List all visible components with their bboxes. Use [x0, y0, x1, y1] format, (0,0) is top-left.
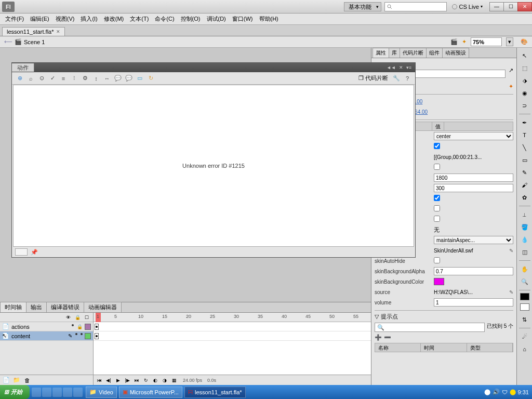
edit-multiple-button[interactable]: ▦ — [170, 377, 178, 384]
tab-snippets[interactable]: 代码片断 — [400, 48, 427, 58]
free-transform-tool[interactable]: ⬗ — [518, 75, 531, 86]
step-fwd-button[interactable]: |▶ — [124, 377, 131, 384]
goto-first-button[interactable]: ⏮ — [96, 377, 103, 384]
timeline-ruler[interactable]: 1 5 10 15 20 25 30 35 40 45 50 55 — [94, 313, 371, 322]
menu-modify[interactable]: 修改(M) — [101, 14, 127, 24]
collapse-icon[interactable]: ↕ — [91, 74, 101, 83]
menu-text[interactable]: 文本(T) — [127, 14, 152, 24]
selection-tool[interactable]: ↖ — [518, 50, 531, 61]
zoom-input[interactable] — [471, 37, 502, 46]
start-button[interactable]: ⊞ 开始 — [0, 385, 30, 399]
pin-icon[interactable]: 📌 — [31, 249, 38, 256]
zoom-dropdown[interactable]: ▾ — [506, 37, 513, 46]
stroke-color-swatch[interactable] — [520, 293, 529, 300]
search-input[interactable] — [384, 2, 447, 11]
cuepoints-value[interactable]: [{Group,00:00:21.3... — [434, 154, 513, 160]
tab-timeline[interactable]: 时间轴 — [0, 302, 26, 312]
quick-launch-item[interactable] — [42, 388, 51, 397]
edit-icon[interactable]: ✎ — [509, 248, 513, 254]
swap-colors-button[interactable]: ⇅ — [518, 314, 531, 325]
onion-outline-button[interactable]: ◑ — [161, 377, 168, 384]
show-hide-icon[interactable]: ▭ — [135, 74, 144, 83]
fill-color-swatch[interactable] — [520, 303, 529, 311]
palette-icon[interactable]: 🎨 — [521, 38, 528, 45]
menu-debug[interactable]: 调试(D) — [204, 14, 229, 24]
checkbox[interactable] — [434, 143, 440, 149]
scene-name[interactable]: 🎬Scene 1 — [4, 38, 446, 45]
format-icon[interactable]: ≡ — [59, 74, 68, 83]
new-folder-button[interactable]: 📁 — [12, 376, 21, 384]
option-button[interactable]: ⌂ — [518, 343, 531, 355]
loop-button[interactable]: ↻ — [142, 377, 150, 384]
actions-editor[interactable]: Unknown error ID #1215 — [13, 85, 414, 247]
quick-launch-item[interactable] — [52, 388, 62, 397]
layer-color-swatch[interactable] — [85, 324, 91, 330]
maximize-button[interactable]: ☐ — [503, 2, 518, 11]
collapse-icon[interactable]: ◄◄ — [387, 65, 396, 70]
tab-compiler-errors[interactable]: 编译器错误 — [46, 302, 84, 312]
wrench-icon[interactable]: 🔧 — [392, 74, 401, 83]
comment-icon[interactable]: 💬 — [113, 74, 123, 83]
actions-tab[interactable]: 动作 — [12, 63, 34, 72]
frame-row[interactable] — [94, 322, 371, 331]
cuepoint-search[interactable] — [375, 323, 485, 332]
taskbar-item[interactable]: Fllesson11_start.fla* — [184, 387, 246, 398]
clock[interactable]: 9:31 — [518, 389, 529, 395]
menu-edit[interactable]: 编辑(E) — [27, 14, 52, 24]
add-icon[interactable]: ⊕ — [15, 74, 24, 83]
layer-color-swatch[interactable] — [85, 333, 91, 339]
timeline-frames[interactable]: 1 5 10 15 20 25 30 35 40 45 50 55 — [94, 313, 371, 385]
onion-skin-button[interactable]: ◐ — [152, 377, 159, 384]
checkbox[interactable] — [434, 205, 440, 211]
pencil-tool[interactable]: ✎ — [518, 167, 531, 178]
quick-launch-item[interactable] — [63, 388, 72, 397]
paint-bucket-tool[interactable]: 🪣 — [518, 221, 531, 233]
find-icon[interactable]: ⌕ — [26, 74, 35, 83]
tray-icon[interactable]: 🔊 — [493, 389, 500, 395]
taskbar-item[interactable]: 📁Video — [86, 387, 117, 398]
tray-icon[interactable]: ⬤ — [484, 389, 490, 395]
swap-icon[interactable]: ✦ — [509, 83, 513, 90]
play-button[interactable]: ▶ — [114, 377, 122, 384]
cs-live-button[interactable]: CS Live ▾ — [452, 4, 483, 10]
skinbgcolor-swatch[interactable] — [434, 278, 444, 285]
brush-tool[interactable]: 🖌 — [518, 179, 531, 191]
remove-cuepoint-button[interactable]: ➖ — [384, 334, 391, 341]
scalemode-select[interactable]: maintainAspec... — [434, 236, 513, 244]
edit-icon[interactable]: ✎ — [509, 289, 513, 295]
t-input[interactable] — [434, 174, 513, 182]
line-tool[interactable]: ╲ — [518, 142, 531, 153]
align-select[interactable]: center — [434, 132, 513, 140]
document-tab[interactable]: lesson11_start.fla* ✕ — [2, 27, 65, 36]
footer-segment[interactable] — [15, 248, 28, 256]
tab-motion-presets[interactable]: 动画预设 — [442, 48, 469, 58]
frame-row[interactable] — [94, 331, 371, 341]
goto-last-button[interactable]: ⏭ — [133, 377, 140, 384]
layer-row[interactable]: 📄 content ↖ ✎ — [0, 331, 93, 341]
quick-launch-item[interactable] — [73, 388, 83, 397]
new-layer-button[interactable]: 📄 — [2, 376, 10, 384]
actions-titlebar[interactable]: 动作 ◄◄ ✕ ▾≡ — [12, 63, 415, 72]
check-syntax-icon[interactable]: ✓ — [48, 74, 57, 83]
tab-components[interactable]: 组件 — [426, 48, 443, 58]
step-back-button[interactable]: ◀| — [105, 377, 112, 384]
tab-properties[interactable]: 属性 — [373, 48, 389, 58]
hand-tool[interactable]: ✋ — [518, 263, 531, 275]
quick-launch-item[interactable] — [32, 388, 41, 397]
expand-icon[interactable]: ↔ — [102, 74, 112, 83]
eye-icon[interactable]: 👁 — [66, 315, 71, 320]
tray-icon[interactable]: 🛡 — [502, 389, 508, 395]
menu-help[interactable]: 帮助(H) — [256, 14, 282, 24]
close-icon[interactable]: ✕ — [399, 65, 403, 70]
code-snippets-button[interactable]: ❐代码片断 — [356, 74, 390, 82]
skinautohide-checkbox[interactable] — [434, 257, 440, 263]
deco-tool[interactable]: ✿ — [518, 192, 531, 203]
skinbgalpha-input[interactable] — [434, 267, 513, 275]
checkbox[interactable] — [434, 216, 440, 222]
menu-icon[interactable]: ▾≡ — [406, 65, 411, 70]
rectangle-tool[interactable]: ▭ — [518, 154, 531, 166]
code-hint-icon[interactable]: ⁝ — [70, 74, 79, 83]
volume-input[interactable] — [434, 298, 513, 307]
eraser-tool[interactable]: ◫ — [518, 246, 531, 258]
uncomment-icon[interactable]: 💬 — [124, 74, 134, 83]
